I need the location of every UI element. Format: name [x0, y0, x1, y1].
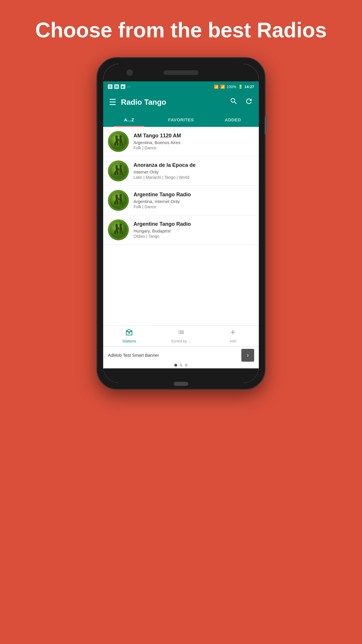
nav-stations[interactable]: Stations	[103, 326, 155, 346]
ad-dot-1	[174, 364, 177, 367]
battery-label: 100%	[227, 85, 236, 89]
ad-dots	[103, 364, 259, 368]
station-info: Argentine Tango Radio Argentina, Interne…	[133, 192, 254, 209]
station-name: AM Tango 1120 AM	[133, 133, 254, 139]
svg-point-5	[120, 165, 122, 167]
tab-az[interactable]: A...Z	[103, 112, 155, 127]
search-button[interactable]	[230, 97, 238, 107]
station-item[interactable]: AM Tango 1120 AM Argentina, Buenos Aires…	[103, 127, 259, 156]
station-item[interactable]: Anoranza de la Epoca de Internet Only La…	[103, 156, 259, 186]
app-title: Radio Tango	[121, 98, 223, 107]
station-avatar	[108, 131, 129, 152]
ad-dot-3	[185, 364, 188, 367]
status-icon-yt: ▶	[121, 84, 125, 89]
station-location: Internet Only	[133, 169, 254, 174]
status-bar: S M ▶ ··· 📶 📶 100% 🔋 14:27	[103, 81, 259, 92]
tabs-bar: A...Z FAVORITES ADDED	[103, 112, 259, 127]
home-button[interactable]	[174, 382, 188, 383]
station-genre: Folk | Dance	[133, 204, 254, 209]
station-avatar	[108, 219, 129, 240]
station-info: Argentine Tango Radio Hungary, Budapest …	[133, 221, 254, 239]
svg-point-12	[129, 332, 130, 334]
svg-point-8	[120, 194, 122, 197]
station-info: AM Tango 1120 AM Argentina, Buenos Aires…	[133, 133, 254, 150]
station-genre: Folk | Dance	[133, 146, 254, 150]
bottom-nav: Stations Sorted by ... Add	[103, 325, 259, 346]
status-dots: ···	[127, 84, 131, 89]
side-button	[265, 116, 267, 134]
station-location: Argentina, Internet Only	[133, 199, 254, 204]
wifi-icon: 📶	[214, 85, 219, 89]
app-bar: ☰ Radio Tango	[103, 92, 259, 112]
sorted-label: Sorted by ...	[171, 339, 191, 343]
station-item[interactable]: Argentine Tango Radio Argentina, Interne…	[103, 186, 259, 215]
tab-added[interactable]: ADDED	[207, 112, 259, 127]
station-location: Argentina, Buenos Aires	[133, 140, 254, 145]
stations-icon	[125, 328, 133, 338]
station-item[interactable]: Argentine Tango Radio Hungary, Budapest …	[103, 215, 259, 245]
ad-text: AdMob Test Smart Banner	[108, 353, 238, 358]
stations-label: Stations	[122, 339, 136, 343]
battery-icon: 🔋	[238, 85, 243, 89]
status-left: S M ▶ ···	[108, 84, 131, 89]
station-name: Argentine Tango Radio	[133, 192, 254, 198]
status-icon-s: S	[108, 84, 113, 89]
status-icon-m: M	[114, 84, 119, 89]
phone-frame: S M ▶ ··· 📶 📶 100% 🔋 14:27 ☰ Radio Tango	[96, 57, 266, 390]
clock: 14:27	[245, 85, 254, 89]
phone-bottom	[103, 368, 259, 383]
status-right: 📶 📶 100% 🔋 14:27	[214, 85, 254, 89]
station-avatar	[108, 190, 129, 211]
speaker	[164, 70, 198, 75]
station-name: Anoranza de la Epoca de	[133, 162, 254, 168]
add-icon	[229, 328, 237, 338]
station-info: Anoranza de la Epoca de Internet Only La…	[133, 162, 254, 180]
ad-banner: AdMob Test Smart Banner ›	[103, 346, 259, 364]
station-avatar	[108, 160, 129, 181]
nav-sorted[interactable]: Sorted by ...	[155, 326, 207, 346]
tab-favorites[interactable]: FAVORITES	[155, 112, 207, 127]
add-label: Add	[229, 339, 236, 343]
station-genre: Oldies | Tango	[133, 234, 254, 239]
camera	[126, 69, 133, 76]
phone-notch	[103, 64, 259, 81]
refresh-button[interactable]	[245, 97, 253, 107]
ad-arrow-button[interactable]: ›	[241, 349, 254, 362]
ad-dot-2	[180, 364, 182, 367]
sorted-icon	[177, 328, 185, 338]
svg-point-11	[120, 224, 122, 226]
nav-add[interactable]: Add	[207, 326, 259, 346]
signal-icon: 📶	[220, 85, 225, 89]
station-name: Argentine Tango Radio	[133, 221, 254, 227]
station-list: AM Tango 1120 AM Argentina, Buenos Aires…	[103, 127, 259, 325]
station-location: Hungary, Budapest	[133, 228, 254, 233]
page-headline: Choose from the best Radios	[12, 0, 350, 57]
menu-button[interactable]: ☰	[109, 97, 116, 107]
svg-point-2	[120, 135, 122, 138]
station-genre: Latin | Mariachi | Tango | World	[133, 175, 254, 180]
